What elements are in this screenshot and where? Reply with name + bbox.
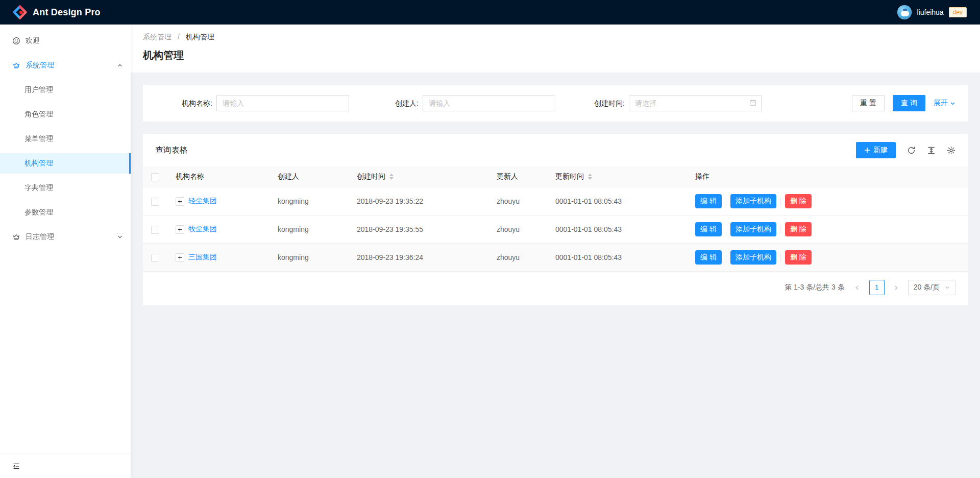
sidebar-collapse-trigger[interactable] bbox=[0, 453, 131, 478]
update-time-cell: 0001-01-01 08:05:43 bbox=[547, 187, 687, 216]
delete-button[interactable]: 删 除 bbox=[785, 222, 812, 236]
expand-row-icon[interactable] bbox=[176, 253, 184, 262]
table-row: 轻尘集团 kongming 2018-09-23 19:35:22 zhouyu… bbox=[143, 187, 968, 216]
org-name-label: 机构名称: bbox=[155, 95, 212, 111]
user-avatar[interactable] bbox=[897, 5, 912, 19]
row-checkbox[interactable] bbox=[151, 254, 159, 262]
plus-icon bbox=[864, 147, 870, 153]
sidebar-item-menu-management[interactable]: 菜单管理 bbox=[0, 129, 131, 149]
creator-cell: kongming bbox=[270, 244, 349, 272]
creator-input[interactable] bbox=[423, 95, 555, 111]
add-child-org-button[interactable]: 添加子机构 bbox=[730, 194, 776, 208]
org-name-link[interactable]: 牧尘集团 bbox=[188, 225, 217, 234]
edit-button[interactable]: 编 辑 bbox=[695, 194, 722, 208]
crown-icon bbox=[12, 61, 20, 69]
sort-carets-icon[interactable] bbox=[389, 174, 394, 180]
form-item-create-time: 创建时间: bbox=[568, 95, 762, 111]
top-header: Ant Design Pro liufeihua dev bbox=[0, 0, 980, 25]
density-icon[interactable] bbox=[927, 146, 936, 155]
prev-page-icon[interactable] bbox=[850, 280, 865, 295]
add-child-org-button[interactable]: 添加子机构 bbox=[730, 222, 776, 236]
sidebar-item-role-management[interactable]: 角色管理 bbox=[0, 104, 131, 125]
app-title: Ant Design Pro bbox=[33, 7, 101, 18]
select-all-checkbox[interactable] bbox=[151, 173, 159, 181]
chevron-up-icon bbox=[117, 63, 122, 68]
delete-button[interactable]: 删 除 bbox=[785, 250, 812, 265]
divider bbox=[726, 226, 726, 233]
expand-toggle[interactable]: 展开 bbox=[934, 99, 955, 108]
row-checkbox[interactable] bbox=[151, 198, 159, 206]
page-title: 机构管理 bbox=[143, 48, 968, 62]
settings-gear-icon[interactable] bbox=[947, 146, 955, 155]
org-name-link[interactable]: 轻尘集团 bbox=[188, 197, 217, 206]
sidebar-item-welcome[interactable]: 欢迎 bbox=[0, 31, 131, 51]
pagination: 第 1-3 条/总共 3 条 1 20 条/页 bbox=[143, 272, 968, 297]
expand-row-icon[interactable] bbox=[176, 225, 184, 234]
breadcrumb: 系统管理 / 机构管理 bbox=[143, 33, 968, 42]
creator-label: 创建人: bbox=[361, 95, 419, 111]
sidebar-item-label: 角色管理 bbox=[24, 110, 53, 119]
org-name-input[interactable] bbox=[216, 95, 349, 111]
column-header-updater: 更新人 bbox=[488, 166, 547, 187]
expand-row-icon[interactable] bbox=[176, 197, 184, 206]
sidebar-item-label: 参数管理 bbox=[24, 208, 53, 217]
row-checkbox[interactable] bbox=[151, 226, 159, 234]
creator-cell: kongming bbox=[270, 216, 349, 244]
org-name-link[interactable]: 三国集团 bbox=[188, 253, 217, 262]
query-button[interactable]: 查 询 bbox=[893, 95, 925, 111]
chevron-down-icon bbox=[117, 234, 122, 240]
updater-cell: zhouyu bbox=[488, 244, 547, 272]
add-child-org-button[interactable]: 添加子机构 bbox=[730, 250, 776, 265]
reset-button[interactable]: 重 置 bbox=[852, 95, 885, 111]
new-button-label: 新建 bbox=[873, 146, 888, 155]
sidebar-item-user-management[interactable]: 用户管理 bbox=[0, 80, 131, 100]
sidebar-item-label: 日志管理 bbox=[26, 232, 54, 242]
page-size-label: 20 条/页 bbox=[914, 283, 940, 292]
ant-design-logo-icon bbox=[12, 5, 28, 20]
create-time-label: 创建时间: bbox=[568, 95, 625, 111]
username[interactable]: liufeihua bbox=[917, 8, 943, 16]
table-row: 牧尘集团 kongming 2018-09-23 19:35:55 zhouyu… bbox=[143, 216, 968, 244]
table-title: 查询表格 bbox=[155, 145, 188, 156]
column-header-actions: 操作 bbox=[687, 166, 968, 187]
sort-carets-icon[interactable] bbox=[588, 174, 592, 180]
breadcrumb-separator: / bbox=[178, 33, 180, 41]
main-content: 系统管理 / 机构管理 机构管理 机构名称: 创建人: bbox=[131, 25, 980, 318]
create-time-datepicker[interactable] bbox=[629, 95, 762, 111]
table-row: 三国集团 kongming 2018-09-23 19:36:24 zhouyu… bbox=[143, 244, 968, 272]
page-size-select[interactable]: 20 条/页 bbox=[908, 280, 955, 295]
page-number-1[interactable]: 1 bbox=[869, 280, 885, 295]
sidebar-item-org-management[interactable]: 机构管理 bbox=[0, 153, 131, 174]
chevron-down-icon bbox=[945, 285, 950, 290]
sidebar-item-dict-management[interactable]: 字典管理 bbox=[0, 178, 131, 198]
divider bbox=[780, 198, 781, 205]
app-logo[interactable]: Ant Design Pro bbox=[12, 5, 101, 20]
edit-button[interactable]: 编 辑 bbox=[695, 222, 722, 236]
table-header-row: 机构名称 创建人 创建时间 更新人 更新时间 操作 bbox=[143, 166, 968, 187]
create-time-cell: 2018-09-23 19:35:22 bbox=[349, 187, 488, 216]
column-header-create-time: 创建时间 bbox=[349, 166, 488, 187]
sidebar-item-label: 系统管理 bbox=[26, 61, 54, 70]
sidebar-item-param-management[interactable]: 参数管理 bbox=[0, 202, 131, 223]
crown-icon bbox=[12, 233, 20, 241]
breadcrumb-parent[interactable]: 系统管理 bbox=[143, 33, 172, 41]
new-button[interactable]: 新建 bbox=[856, 142, 896, 158]
create-time-cell: 2018-09-23 19:36:24 bbox=[349, 244, 488, 272]
sidebar-item-log-management[interactable]: 日志管理 bbox=[0, 227, 131, 247]
edit-button[interactable]: 编 辑 bbox=[695, 250, 722, 265]
divider bbox=[726, 198, 726, 205]
sidebar-item-label: 字典管理 bbox=[24, 183, 53, 193]
reload-icon[interactable] bbox=[907, 146, 916, 155]
form-item-creator: 创建人: bbox=[361, 95, 555, 111]
search-card: 机构名称: 创建人: 创建时间: bbox=[143, 85, 968, 122]
divider bbox=[726, 254, 726, 261]
org-table: 机构名称 创建人 创建时间 更新人 更新时间 操作 bbox=[143, 166, 968, 272]
sidebar-item-system-management[interactable]: 系统管理 bbox=[0, 55, 131, 76]
search-form: 机构名称: 创建人: 创建时间: bbox=[155, 95, 955, 111]
updater-cell: zhouyu bbox=[488, 216, 547, 244]
breadcrumb-current: 机构管理 bbox=[186, 33, 214, 41]
delete-button[interactable]: 删 除 bbox=[785, 194, 812, 208]
update-time-cell: 0001-01-01 08:05:43 bbox=[547, 216, 687, 244]
creator-cell: kongming bbox=[270, 187, 349, 216]
next-page-icon[interactable] bbox=[889, 280, 904, 295]
